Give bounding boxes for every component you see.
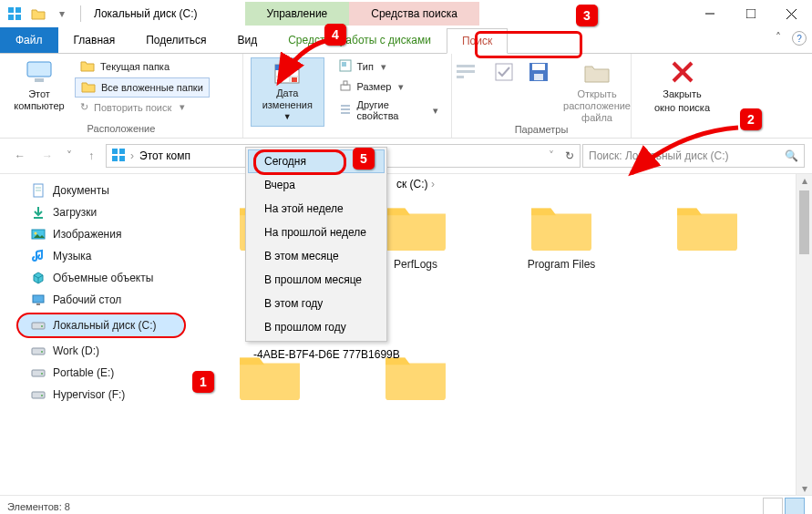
save-search-button[interactable] [529, 57, 549, 87]
svg-rect-9 [35, 78, 44, 82]
advanced-options-button[interactable] [494, 57, 514, 87]
svg-rect-11 [275, 65, 299, 70]
title-bar: ▾ Локальный диск (C:) Управление Средств… [0, 0, 812, 27]
tab-home[interactable]: Главная [58, 27, 131, 53]
help-icon[interactable]: ? [792, 31, 807, 46]
svg-rect-0 [8, 7, 14, 13]
close-button[interactable] [771, 0, 812, 27]
other-props-button[interactable]: Другие свойства▾ [334, 98, 444, 123]
all-subfolders-button[interactable]: Все вложенные папки [75, 77, 210, 98]
folder-item[interactable]: Program Files [488, 183, 634, 333]
nav-label: Музыка [53, 250, 91, 262]
tab-drive-tools[interactable]: Средства работы с дисками [272, 27, 447, 53]
this-pc-button[interactable]: Этот компьютер [7, 57, 71, 112]
ribbon-tabs: Файл Главная Поделиться Вид Средства раб… [0, 27, 812, 54]
nav-label: Work (D:) [53, 344, 99, 357]
svg-rect-23 [457, 65, 475, 67]
folder-open-icon [582, 57, 612, 87]
guid-text: -4ABE-B7F4-D6E 777B1699B [253, 348, 400, 361]
context-tab-search[interactable]: Средства поиска [349, 2, 479, 26]
ribbon-collapse-icon[interactable]: ˄ [776, 31, 781, 46]
folder-icon[interactable] [29, 5, 47, 23]
nav-label: Рабочий стол [53, 293, 121, 306]
folder-icon [80, 59, 95, 74]
nav-item[interactable]: Work (D:) [0, 340, 193, 362]
breadcrumb-disk[interactable]: ск (C:) › [396, 178, 435, 190]
size-filter-button[interactable]: Размер▾ [334, 77, 444, 96]
scroll-thumb[interactable] [799, 190, 809, 254]
desk-icon [31, 293, 46, 307]
date-menu-item[interactable]: В этом году [248, 292, 385, 315]
nav-label: Документы [53, 184, 109, 197]
date-dropdown-menu: СегодняВчераНа этой неделеНа прошлой нед… [245, 147, 387, 342]
open-location-button[interactable]: Открыть расположение файла [563, 57, 631, 124]
qat-dropdown-icon[interactable]: ▾ [53, 5, 71, 23]
close-search-button[interactable]: Закрыть окно поиска [642, 57, 724, 114]
windows-icon [112, 149, 125, 164]
svg-rect-42 [33, 295, 44, 303]
nav-item[interactable]: Объемные объекты [0, 267, 193, 289]
date-menu-item[interactable]: В прошлом году [248, 315, 385, 339]
nav-item[interactable]: Загрузки [0, 201, 193, 223]
date-modified-button[interactable]: Дата изменения▼ [251, 57, 324, 127]
date-menu-item[interactable]: На прошлой неделе [248, 221, 385, 244]
maximize-button[interactable] [730, 0, 771, 27]
svg-rect-46 [32, 348, 45, 355]
list-icon [339, 103, 352, 118]
svg-point-51 [41, 395, 43, 396]
date-menu-item[interactable]: В прошлом месяце [248, 268, 385, 292]
tab-search[interactable]: Поиск [447, 28, 508, 54]
minimize-button[interactable] [689, 0, 730, 27]
forward-button[interactable]: → [35, 143, 60, 169]
svg-rect-50 [32, 392, 45, 398]
details-view-button[interactable] [763, 498, 783, 514]
explorer-body: ДокументыЗагрузкиИзображенияМузыкаОбъемн… [0, 174, 812, 495]
date-menu-item[interactable]: Вчера [248, 173, 385, 197]
back-button[interactable]: ← [7, 143, 33, 169]
context-tab-tools[interactable]: Управление [245, 2, 350, 26]
tab-view[interactable]: Вид [221, 27, 272, 53]
up-button[interactable]: ↑ [78, 143, 104, 169]
scrollbar[interactable]: ▴ ▾ [796, 174, 812, 495]
svg-rect-15 [292, 77, 297, 82]
status-bar: Элементов: 8 [0, 495, 812, 514]
nav-item[interactable]: Portable (E:) [0, 362, 193, 384]
nav-label: Portable (E:) [53, 366, 114, 379]
search-again-button[interactable]: ↻Повторить поиск▾ [75, 99, 210, 115]
date-menu-item[interactable]: В этом месяце [248, 244, 385, 268]
svg-rect-32 [112, 149, 118, 154]
svg-rect-35 [119, 156, 125, 161]
navigation-pane[interactable]: ДокументыЗагрузкиИзображенияМузыкаОбъемн… [0, 174, 193, 495]
tab-share[interactable]: Поделиться [130, 27, 221, 53]
nav-item[interactable]: Музыка [0, 245, 193, 267]
window-title: Локальный диск (C:) [94, 7, 198, 20]
nav-item[interactable]: Hypervisor (F:) [0, 384, 193, 406]
explorer-icon[interactable] [5, 5, 24, 23]
recent-locations-button[interactable]: ˅ [62, 143, 77, 169]
breadcrumb-pc[interactable]: Этот комп [139, 149, 190, 162]
doc-icon [31, 183, 46, 198]
svg-rect-18 [341, 85, 350, 90]
refresh-icon[interactable]: ↻ [565, 149, 574, 162]
nav-item[interactable]: Документы [0, 180, 193, 201]
svg-rect-24 [457, 70, 475, 73]
recent-searches-button[interactable] [452, 57, 479, 87]
date-menu-item[interactable]: На этой неделе [248, 197, 385, 221]
folder-item[interactable] [634, 183, 780, 333]
search-icon[interactable]: 🔍 [785, 149, 798, 162]
ribbon: Этот компьютер Текущая папка Все вложенн… [0, 54, 812, 139]
annotation-1: 1 [192, 371, 214, 393]
nav-label: Изображения [53, 228, 121, 241]
large-icons-view-button[interactable] [785, 498, 805, 514]
nav-item[interactable]: Локальный диск (C:) [16, 313, 186, 338]
drv-icon [31, 387, 46, 402]
nav-item[interactable]: Рабочий стол [0, 289, 193, 311]
current-folder-button[interactable]: Текущая папка [75, 57, 210, 76]
search-field[interactable]: Поиск: Локальный диск (C:) 🔍 [582, 144, 805, 168]
tab-file[interactable]: Файл [0, 27, 58, 53]
close-x-icon [668, 57, 697, 87]
folder-label: Program Files [528, 258, 596, 271]
nav-item[interactable]: Изображения [0, 223, 193, 245]
svg-rect-39 [34, 217, 43, 219]
type-filter-button[interactable]: Тип▾ [334, 57, 444, 76]
